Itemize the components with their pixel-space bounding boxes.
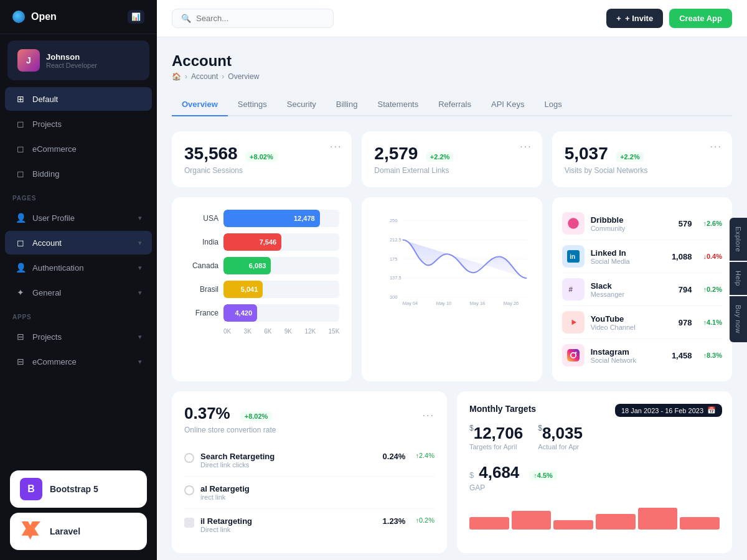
user-info: Johnson React Developer <box>46 52 97 69</box>
bootstrap-label: Bootstrap 5 <box>50 484 98 494</box>
svg-text:May 10: May 10 <box>436 301 452 306</box>
slack-icon: # <box>562 278 585 301</box>
bottom-row: 0.37% +8.02% ··· Online store convertion… <box>172 391 732 553</box>
tab-logs[interactable]: Logs <box>534 93 571 116</box>
breadcrumb: 🏠 › Account › Overview <box>172 72 732 81</box>
social-card: Dribbble Community 579 ↑2.6% in Linked I… <box>552 197 732 381</box>
more-options-button[interactable]: ··· <box>520 141 532 152</box>
avatar: J <box>17 49 40 72</box>
sidebar-item-authentication[interactable]: 👤 Authentication ▾ <box>5 256 152 279</box>
bar-row-brasil: Brasil 5,041 <box>184 281 339 298</box>
account-icon: ◻ <box>15 237 26 248</box>
stat-value: 2,579 <box>374 144 418 163</box>
social-info: YouTube Video Channel <box>591 314 636 331</box>
tab-settings[interactable]: Settings <box>228 93 277 116</box>
bar-fill: 5,041 <box>223 281 263 298</box>
user-role: React Developer <box>46 62 97 69</box>
stat-social-visits: 5,037 +2.2% Visits by Social Networks ··… <box>552 131 732 187</box>
mini-bar-chart <box>469 505 720 530</box>
tab-api-keys[interactable]: API Keys <box>481 93 534 116</box>
social-info: Slack Messanger <box>591 281 624 298</box>
user-card[interactable]: J Johnson React Developer <box>7 40 149 80</box>
svg-text:in: in <box>570 253 575 260</box>
breadcrumb-separator: › <box>185 72 187 81</box>
sidebar-item-label: Authentication <box>32 263 83 273</box>
sidebar-item-user-profile[interactable]: 👤 User Profile ▾ <box>5 206 152 230</box>
sidebar-item-projects[interactable]: ◻ Projects <box>5 112 152 136</box>
bar-row-usa: USA 12,478 <box>184 210 339 227</box>
sidebar-item-ecommerce-app[interactable]: ⊟ eCommerce ▾ <box>5 350 152 373</box>
search-icon: 🔍 <box>181 14 191 23</box>
svg-text:250: 250 <box>390 218 397 223</box>
svg-text:May 04: May 04 <box>403 301 418 306</box>
svg-rect-21 <box>567 349 580 362</box>
social-row-linkedin: in Linked In Social Media 1,088 ↓0.4% <box>562 240 722 273</box>
dribbble-icon <box>562 212 585 235</box>
page-header: Account 🏠 › Account › Overview <box>172 52 732 81</box>
explore-panel-button[interactable]: Explore <box>730 218 747 261</box>
tab-billing[interactable]: Billing <box>326 93 368 116</box>
sidebar-item-label: Default <box>32 95 58 104</box>
breadcrumb-account[interactable]: Account <box>191 72 218 81</box>
pages-label: PAGES <box>0 186 157 205</box>
sidebar-item-projects-app[interactable]: ⊟ Projects ▾ <box>5 325 152 348</box>
tab-overview[interactable]: Overview <box>172 93 228 116</box>
plus-icon: + <box>616 14 621 23</box>
help-panel-button[interactable]: Help <box>730 262 747 295</box>
sidebar-item-account[interactable]: ◻ Account ▾ <box>5 231 152 254</box>
stat-organic-sessions: 35,568 +8.02% Organic Sessions ··· <box>172 131 352 187</box>
retarget-row-al: al Retargetig irect link <box>184 477 435 509</box>
svg-text:175: 175 <box>390 256 397 262</box>
more-options-button[interactable]: ··· <box>330 141 342 152</box>
sidebar-item-label: eCommerce <box>32 357 77 366</box>
targets-metric: $12,706 Targets for April <box>469 424 523 450</box>
instagram-icon <box>562 344 585 366</box>
chevron-down-icon: ▾ <box>138 333 142 341</box>
grid-icon: ⊞ <box>15 93 26 105</box>
stat-label: Domain External Links <box>374 166 529 175</box>
bar-fill: 6,083 <box>223 257 271 274</box>
more-options-button[interactable]: ··· <box>423 410 435 421</box>
chart-icon[interactable]: 📊 <box>128 10 144 24</box>
conversion-change: +8.02% <box>240 411 273 421</box>
page-content: Account 🏠 › Account › Overview Overview … <box>157 37 747 560</box>
sidebar-item-general[interactable]: ✦ General ▾ <box>5 281 152 304</box>
svg-text:May 18: May 18 <box>470 301 486 306</box>
sidebar-item-label: Bidding <box>32 169 59 179</box>
logo-icon <box>12 11 25 23</box>
home-icon[interactable]: 🏠 <box>172 72 181 81</box>
sidebar: Open 📊 J Johnson React Developer ⊞ Defau… <box>0 0 157 560</box>
page-title: Account <box>172 52 732 70</box>
create-app-button[interactable]: Create App <box>669 9 732 28</box>
buy-now-panel-button[interactable]: Buy now <box>730 296 747 342</box>
retarget-row-il: il Retargeting Direct link 1.23% ↑0.2% <box>184 509 435 541</box>
header: 🔍 + + Invite Create App <box>157 0 747 37</box>
conversion-label: Online store convertion rate <box>184 426 435 434</box>
chevron-down-icon: ▾ <box>138 289 142 297</box>
bar-fill: 12,478 <box>223 210 320 227</box>
sidebar-item-ecommerce[interactable]: ◻ eCommerce <box>5 137 152 161</box>
invite-button[interactable]: + + Invite <box>606 9 663 28</box>
stat-label: Organic Sessions <box>184 166 339 175</box>
search-box[interactable]: 🔍 <box>172 9 334 28</box>
gap-section: $ 4,684 ↑4.5% <box>469 463 720 482</box>
monthly-metrics: $12,706 Targets for April $8,035 Actual … <box>469 424 720 450</box>
social-row-slack: # Slack Messanger 794 ↑0.2% <box>562 273 722 306</box>
bar-fill: 7,546 <box>223 233 281 251</box>
date-range-badge: 18 Jan 2023 - 16 Feb 2023 📅 <box>615 404 722 417</box>
social-row-dribbble: Dribbble Community 579 ↑2.6% <box>562 207 722 240</box>
sidebar-item-default[interactable]: ⊞ Default <box>5 87 152 111</box>
charts-row: USA 12,478 India 7,546 Canada 6,083 <box>172 197 732 381</box>
right-panels: Explore Help Buy now <box>730 218 747 342</box>
more-options-button[interactable]: ··· <box>710 141 722 152</box>
laravel-icon <box>20 520 42 543</box>
stat-badge: +2.2% <box>616 152 644 162</box>
bootstrap-icon: B <box>20 478 42 500</box>
bar-row-canada: Canada 6,083 <box>184 257 339 274</box>
sidebar-item-bidding[interactable]: ◻ Bidding <box>5 162 152 185</box>
tab-security[interactable]: Security <box>277 93 326 116</box>
tab-referrals[interactable]: Referrals <box>428 93 481 116</box>
search-input[interactable] <box>196 14 324 23</box>
user-icon: 👤 <box>15 212 26 223</box>
tab-statements[interactable]: Statements <box>367 93 428 116</box>
